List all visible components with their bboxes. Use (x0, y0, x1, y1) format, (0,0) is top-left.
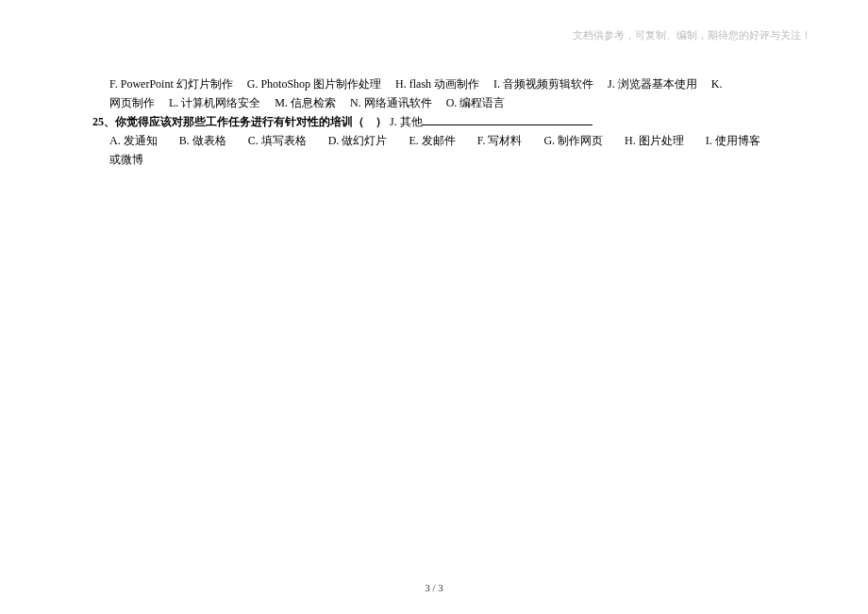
q25-option-c: C. 填写表格 (248, 134, 307, 147)
q24-option-k-text: 网页制作 (109, 96, 155, 109)
q25-stem-line: 25、你觉得应该对那些工作任务进行有针对性的培训（ ） J. 其他 (92, 113, 828, 130)
q25-option-b: B. 做表格 (179, 134, 226, 147)
q24-option-o: O. 编程语言 (446, 96, 506, 109)
q24-options-line2: 网页制作 L. 计算机网络安全 M. 信息检索 N. 网络通讯软件 O. 编程语… (92, 94, 828, 111)
q24-option-h: H. flash 动画制作 (395, 77, 479, 91)
q24-option-m: M. 信息检索 (275, 96, 336, 109)
q25-number: 25、 (92, 115, 115, 128)
q25-option-h: H. 图片处理 (625, 134, 684, 147)
q25-option-i-cont: 或微博 (109, 153, 143, 166)
q24-option-n: N. 网络通讯软件 (350, 96, 432, 109)
q24-option-k-label: K. (711, 77, 723, 91)
q25-options-line1: A. 发通知 B. 做表格 C. 填写表格 D. 做幻灯片 E. 发邮件 F. … (92, 132, 828, 149)
q24-option-l: L. 计算机网络安全 (169, 96, 260, 109)
q25-options-line2: 或微博 (92, 151, 828, 168)
q25-option-e: E. 发邮件 (409, 134, 455, 147)
q25-paren-close: ） (376, 115, 387, 128)
q24-option-g: G. PhotoShop 图片制作处理 (247, 77, 381, 91)
q24-option-i: I. 音频视频剪辑软件 (493, 77, 593, 91)
q25-option-i: I. 使用博客 (706, 134, 760, 147)
q25-other-blank[interactable] (423, 114, 593, 125)
q25-option-d: D. 做幻灯片 (328, 134, 388, 147)
q25-stem: 你觉得应该对那些工作任务进行有针对性的培训（ (115, 115, 364, 128)
q25-option-a: A. 发通知 (109, 134, 158, 147)
q25-option-j-other: J. 其他 (390, 115, 423, 128)
q25-option-g: G. 制作网页 (543, 134, 603, 147)
page-footer: 3 / 3 (0, 582, 868, 593)
q24-option-f: F. PowerPoint 幻灯片制作 (109, 77, 233, 91)
header-note: 文档供参考，可复制、编制，期待您的好评与关注！ (573, 28, 811, 42)
document-body: F. PowerPoint 幻灯片制作 G. PhotoShop 图片制作处理 … (92, 75, 828, 170)
q24-option-j: J. 浏览器基本使用 (608, 77, 697, 91)
q25-option-f: F. 写材料 (477, 134, 523, 147)
q24-options-line1: F. PowerPoint 幻灯片制作 G. PhotoShop 图片制作处理 … (92, 75, 828, 92)
